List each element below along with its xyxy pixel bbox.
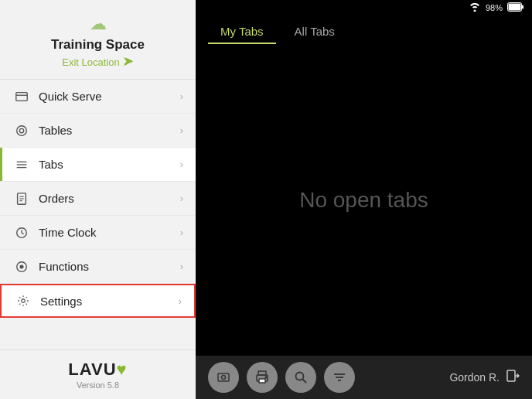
svg-point-16 bbox=[22, 299, 26, 303]
lavu-heart-icon: ♥ bbox=[117, 360, 128, 379]
sidebar-item-label-orders: Orders bbox=[39, 192, 180, 205]
settings-icon bbox=[14, 294, 32, 308]
chevron-right-icon: › bbox=[180, 227, 183, 238]
tab-all-tabs[interactable]: All Tabs bbox=[282, 20, 347, 44]
chevron-right-icon: › bbox=[180, 90, 183, 102]
svg-point-3 bbox=[19, 128, 23, 132]
lavu-logo: LAVU♥ bbox=[9, 360, 186, 380]
sidebar-item-label-settings: Settings bbox=[40, 295, 179, 308]
chevron-right-icon: › bbox=[180, 261, 183, 272]
chevron-right-icon: › bbox=[180, 159, 183, 170]
exit-location-link[interactable]: Exit Location ⮞ bbox=[8, 56, 188, 68]
svg-point-15 bbox=[20, 265, 23, 268]
chevron-right-icon: › bbox=[179, 295, 182, 307]
svg-point-2 bbox=[17, 125, 27, 135]
svg-point-25 bbox=[265, 377, 267, 378]
nav-menu: Quick Serve › Tables › Tabs › Orders bbox=[0, 80, 196, 350]
svg-rect-18 bbox=[522, 5, 523, 9]
print-button[interactable] bbox=[247, 362, 278, 393]
sidebar-item-label-quick-serve: Quick Serve bbox=[39, 90, 180, 103]
chevron-right-icon: › bbox=[180, 124, 183, 136]
svg-rect-24 bbox=[259, 379, 265, 383]
sidebar-header: ☁ Training Space Exit Location ⮞ bbox=[0, 0, 196, 80]
sidebar-item-label-time-clock: Time Clock bbox=[39, 226, 180, 239]
main-content: 98% My Tabs All Tabs No open tabs Gor bbox=[196, 0, 532, 399]
toolbar-buttons bbox=[208, 362, 355, 393]
sidebar-item-quick-serve[interactable]: Quick Serve › bbox=[0, 80, 196, 114]
svg-rect-19 bbox=[509, 4, 521, 11]
sidebar-item-time-clock[interactable]: Time Clock › bbox=[0, 216, 196, 250]
no-open-tabs-message: No open tabs bbox=[299, 188, 428, 213]
sidebar-item-settings[interactable]: Settings › bbox=[0, 284, 196, 318]
sidebar: ☁ Training Space Exit Location ⮞ Quick S… bbox=[0, 0, 196, 399]
quick-serve-icon bbox=[12, 90, 31, 104]
orders-icon bbox=[12, 192, 31, 206]
sidebar-item-functions[interactable]: Functions › bbox=[0, 250, 196, 284]
tab-my-tabs[interactable]: My Tabs bbox=[208, 20, 276, 44]
svg-point-21 bbox=[222, 376, 226, 380]
sidebar-item-label-tables: Tables bbox=[39, 124, 180, 137]
exit-location-label: Exit Location bbox=[62, 56, 119, 68]
chevron-right-icon: › bbox=[180, 193, 183, 204]
svg-line-27 bbox=[303, 380, 307, 384]
svg-point-26 bbox=[296, 373, 304, 380]
svg-rect-20 bbox=[218, 373, 229, 381]
logout-icon[interactable] bbox=[506, 369, 520, 386]
status-bar: 98% bbox=[196, 0, 532, 15]
svg-line-13 bbox=[22, 233, 24, 234]
sidebar-item-orders[interactable]: Orders › bbox=[0, 182, 196, 216]
tables-icon bbox=[12, 124, 31, 138]
cloud-icon: ☁ bbox=[8, 14, 188, 34]
lavu-version: Version 5.8 bbox=[9, 380, 186, 390]
bottom-toolbar: Gordon R. bbox=[196, 356, 532, 399]
battery-icon bbox=[507, 1, 524, 15]
wifi-filter-button[interactable] bbox=[324, 362, 355, 393]
cash-button[interactable] bbox=[208, 362, 239, 393]
sidebar-footer: LAVU♥ Version 5.8 bbox=[0, 350, 196, 399]
time-clock-icon bbox=[12, 226, 31, 240]
svg-rect-31 bbox=[507, 370, 515, 381]
search-button[interactable] bbox=[285, 362, 316, 393]
user-name: Gordon R. bbox=[449, 371, 500, 384]
sidebar-item-label-tabs: Tabs bbox=[39, 158, 180, 171]
location-name: Training Space bbox=[8, 37, 188, 53]
battery-status: 98% bbox=[486, 3, 503, 12]
exit-icon: ⮞ bbox=[123, 56, 134, 68]
tabs-icon bbox=[12, 158, 31, 172]
functions-icon bbox=[12, 260, 31, 274]
tabs-bar: My Tabs All Tabs bbox=[196, 15, 532, 44]
sidebar-item-tabs[interactable]: Tabs › bbox=[0, 148, 196, 182]
content-area: No open tabs bbox=[196, 44, 532, 356]
svg-rect-0 bbox=[16, 92, 27, 101]
wifi-status-icon bbox=[469, 2, 481, 13]
sidebar-item-tables[interactable]: Tables › bbox=[0, 114, 196, 148]
user-info: Gordon R. bbox=[449, 369, 520, 386]
sidebar-item-label-functions: Functions bbox=[39, 260, 180, 273]
